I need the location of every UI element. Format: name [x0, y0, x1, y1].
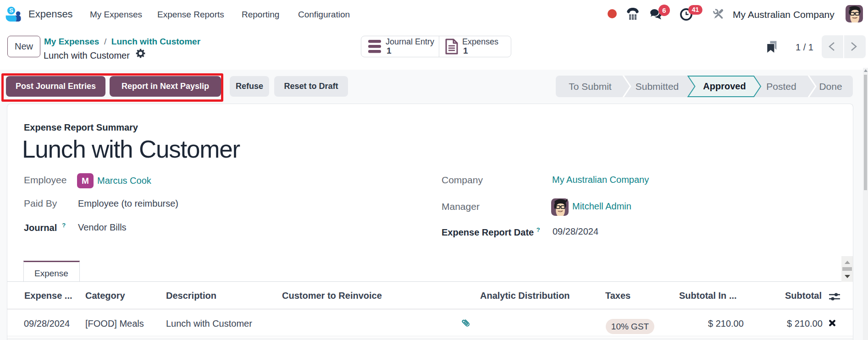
svg-text:S: S: [9, 7, 13, 14]
